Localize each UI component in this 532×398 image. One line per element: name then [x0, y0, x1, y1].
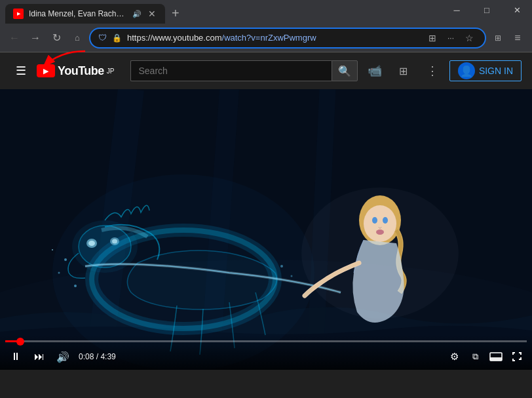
video-controls: ⏸ ⏭ 🔊 0:08 / 4:39 ⚙ ⧉ [0, 335, 532, 370]
refresh-button[interactable]: ↻ [47, 29, 66, 47]
maximize-button[interactable]: □ [472, 0, 502, 20]
bookmark-button[interactable]: ☆ [461, 30, 477, 46]
tab-bar: Idina Menzel, Evan Rachel W 🔊 ✕ + ─ □ ✕ [0, 0, 532, 24]
new-tab-button[interactable]: + [165, 6, 186, 21]
video-player[interactable]: ⏸ ⏭ 🔊 0:08 / 4:39 ⚙ ⧉ [0, 89, 532, 370]
close-button[interactable]: ✕ [502, 0, 532, 20]
qr-button[interactable]: ⊞ [425, 30, 440, 46]
video-frame: ⏸ ⏭ 🔊 0:08 / 4:39 ⚙ ⧉ [0, 89, 532, 370]
play-pause-button[interactable]: ⏸ [5, 346, 26, 367]
tab-favicon [13, 9, 24, 19]
nav-bar: ← → ↻ ⌂ 🛡 🔒 https://www.youtube.com/watc… [0, 24, 532, 52]
youtube-header: ☰ YouTubeJP 🔍 📹 ⊞ ⋮ 👤 [0, 52, 532, 89]
address-bar-actions: ⊞ ··· ☆ [425, 30, 477, 46]
theater-icon [489, 352, 503, 361]
avatar-icon: 👤 [458, 62, 475, 79]
youtube-logo-jp: JP [107, 68, 115, 75]
minimize-button[interactable]: ─ [442, 0, 472, 20]
hamburger-menu[interactable]: ☰ [10, 58, 31, 83]
next-button[interactable]: ⏭ [29, 346, 50, 367]
youtube-logo-text: YouTube [58, 64, 104, 78]
forward-button[interactable]: → [26, 29, 45, 47]
sign-in-label: SIGN IN [479, 66, 513, 76]
scene-svg [0, 89, 532, 370]
tab-close-button[interactable]: ✕ [147, 9, 157, 19]
url-domain: https://www.youtube.com [127, 33, 222, 43]
browser-window: Idina Menzel, Evan Rachel W 🔊 ✕ + ─ □ ✕ … [0, 0, 532, 370]
nav-right-buttons: ⊞ ≡ [489, 29, 527, 47]
youtube-favicon [13, 9, 24, 19]
youtube-logo[interactable]: YouTubeJP [37, 64, 115, 78]
youtube-logo-icon [37, 64, 55, 77]
progress-bar[interactable] [5, 340, 527, 342]
apps-icon: ⊞ [399, 65, 408, 77]
search-input[interactable] [130, 60, 332, 81]
svg-point-23 [301, 188, 459, 319]
fullscreen-button[interactable] [507, 347, 527, 367]
create-video-button[interactable]: 📹 [363, 59, 387, 83]
avatar-person-icon: 👤 [460, 65, 473, 77]
total-time: 4:39 [100, 352, 115, 361]
address-bar[interactable]: 🛡 🔒 https://www.youtube.com/watch?v=nrZx… [89, 28, 486, 49]
extensions-button[interactable]: ⊞ [489, 29, 507, 47]
menu-button[interactable]: ≡ [508, 29, 527, 47]
window-controls: ─ □ ✕ [442, 0, 532, 24]
svg-rect-25 [490, 357, 502, 361]
more-icon: ⋮ [427, 64, 438, 78]
settings-button[interactable]: ⚙ [444, 347, 464, 367]
current-time: 0:08 [79, 352, 94, 361]
fullscreen-icon [512, 351, 522, 362]
lock-icon: 🔒 [112, 33, 122, 43]
progress-fill [5, 340, 20, 342]
controls-row: ⏸ ⏭ 🔊 0:08 / 4:39 ⚙ ⧉ [0, 346, 532, 367]
miniplayer-button[interactable]: ⧉ [465, 347, 485, 367]
create-icon: 📹 [368, 64, 382, 78]
volume-button[interactable]: 🔊 [52, 346, 73, 367]
tab-title: Idina Menzel, Evan Rachel W [29, 9, 127, 18]
url-path: /watch?v=nrZxwPwmgrw [222, 33, 316, 43]
home-button[interactable]: ⌂ [68, 29, 86, 47]
video-background [0, 89, 532, 370]
active-tab[interactable]: Idina Menzel, Evan Rachel W 🔊 ✕ [5, 4, 165, 24]
shield-icon: 🛡 [98, 33, 107, 43]
svg-point-19 [52, 249, 53, 250]
address-url-text[interactable]: https://www.youtube.com/watch?v=nrZxwPwm… [127, 33, 419, 43]
header-right-actions: 📹 ⊞ ⋮ 👤 SIGN IN [363, 59, 522, 83]
theater-button[interactable] [486, 347, 506, 367]
time-display: 0:08 / 4:39 [79, 352, 116, 361]
search-button[interactable]: 🔍 [332, 60, 358, 81]
sign-in-button[interactable]: 👤 SIGN IN [449, 60, 522, 81]
back-button[interactable]: ← [5, 29, 24, 47]
search-icon: 🔍 [338, 65, 351, 77]
tab-audio-icon: 🔊 [132, 10, 142, 18]
more-button[interactable]: ··· [443, 30, 459, 46]
search-bar: 🔍 [130, 60, 358, 81]
right-controls: ⚙ ⧉ [444, 347, 527, 367]
apps-button[interactable]: ⊞ [392, 59, 415, 83]
more-options-button[interactable]: ⋮ [421, 59, 444, 83]
